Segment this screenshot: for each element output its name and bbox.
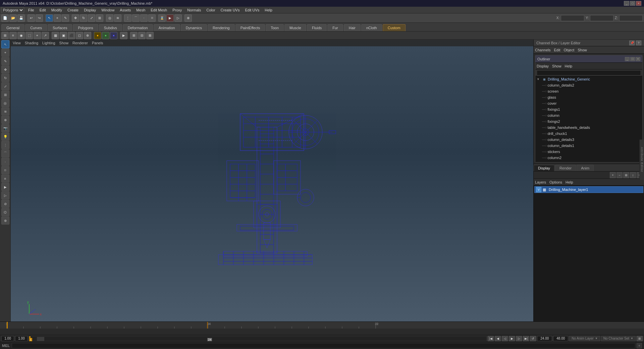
tab-animation[interactable]: Animation [154, 24, 180, 31]
tb2-btn5[interactable]: ↗ [42, 32, 49, 39]
tb2-btn10[interactable]: ⊕ [84, 32, 91, 39]
layer-tab-display[interactable]: Display [534, 165, 554, 171]
side-btn-misc2[interactable]: ⌬ [1, 208, 9, 216]
menu-color[interactable]: Color [204, 7, 218, 13]
menu-edit-uvs[interactable]: Edit UVs [242, 7, 262, 13]
tb2-btn8[interactable]: ⬛ [68, 32, 75, 39]
undo-button[interactable]: ↩ [28, 14, 35, 22]
ol-item-drill-chuck2[interactable]: —○ drill_chuck2 [541, 161, 642, 162]
layer-tab-render[interactable]: Render [555, 165, 576, 171]
menu-display[interactable]: Display [81, 7, 99, 13]
cb-pin-btn[interactable]: 📌 [629, 41, 635, 45]
menu-create[interactable]: Create [65, 7, 81, 13]
tab-hair[interactable]: Hair [344, 24, 361, 31]
new-button[interactable]: 📄 [1, 14, 9, 22]
no-anim-layer-btn[interactable]: No Anim Layer ▼ [569, 336, 600, 341]
menu-modify[interactable]: Modify [49, 7, 65, 13]
mode-selector[interactable]: Polygons [1, 7, 24, 13]
vp-show-menu[interactable]: Show [59, 41, 69, 45]
snap-grid-button[interactable]: ⋮ [124, 14, 131, 22]
ol-item-cover[interactable]: —○ cover [541, 100, 642, 106]
tb2-btn1[interactable]: ≡ [9, 32, 17, 39]
ol-root-item[interactable]: ▼ ▦ Drilling_Machine_Generic [535, 76, 642, 82]
select-tool-btn[interactable]: ↖ [1, 40, 9, 48]
y-coord[interactable] [590, 15, 613, 21]
side-btn-misc[interactable]: ⊘ [1, 200, 9, 208]
tab-ncloth[interactable]: nCloth [361, 24, 382, 31]
viewport[interactable]: View Shading Lighting Show Renderer Pane… [11, 40, 533, 321]
menu-assets[interactable]: Assets [117, 7, 133, 13]
menu-normals[interactable]: Normals [184, 7, 204, 13]
tb2-btn14[interactable]: ⊞ [130, 32, 138, 39]
toggle-icons-btn[interactable]: ⊞ [1, 32, 9, 39]
ol-item-screen[interactable]: —○ screen [541, 88, 642, 94]
go-start-btn[interactable]: |◀ [488, 336, 494, 341]
start-frame-input[interactable] [1, 336, 14, 341]
redo-button[interactable]: ↪ [36, 14, 43, 22]
menu-window[interactable]: Window [99, 7, 117, 13]
sculpt-btn[interactable]: ≋ [1, 107, 9, 115]
tab-subdivs[interactable]: Subdivs [99, 24, 122, 31]
open-button[interactable]: 📂 [9, 14, 17, 22]
timeline-ruler[interactable]: 1 24 [0, 322, 644, 329]
tab-rendering[interactable]: Rendering [208, 24, 235, 31]
key-options-btn[interactable]: ⊞ [637, 336, 643, 341]
ol-item-drill-chuck1[interactable]: —○ drill_chuck1 [541, 131, 642, 137]
ipr-button[interactable]: ▷ [174, 14, 182, 22]
tab-fluids[interactable]: Fluids [307, 24, 327, 31]
tb2-btn7[interactable]: ▣ [60, 32, 67, 39]
outliner-min-btn[interactable]: _ [625, 57, 630, 61]
ol-show-menu[interactable]: Show [552, 64, 561, 68]
cb-channels-menu[interactable]: Channels [535, 48, 550, 52]
layer-help-menu[interactable]: Help [566, 180, 573, 184]
x-coord[interactable] [561, 15, 584, 21]
side-btn-ipr[interactable]: ▷ [1, 191, 9, 199]
ol-item-fixings1[interactable]: —○ fixings1 [541, 106, 642, 112]
vp-renderer-menu[interactable]: Renderer [72, 41, 88, 45]
menu-help[interactable]: Help [262, 7, 275, 13]
cb-show-menu[interactable]: Show [578, 48, 587, 52]
ol-item-glass[interactable]: —○ glass [541, 94, 642, 100]
play-btn[interactable]: ▶ [509, 336, 515, 341]
lasso-button[interactable]: ⌖ [54, 14, 61, 22]
vp-lighting-menu[interactable]: Lighting [42, 41, 55, 45]
show-manip-button[interactable]: ⊕ [184, 14, 192, 22]
layer-row-drilling[interactable]: V ▦ Drilling_Machine_layer1 [534, 186, 643, 193]
menu-edit[interactable]: Edit [37, 7, 49, 13]
tab-general[interactable]: General [1, 24, 24, 31]
play-back-btn[interactable]: ◁ [502, 336, 508, 341]
close-button[interactable]: × [636, 1, 641, 6]
script-editor-btn[interactable]: ≡ [637, 343, 642, 348]
menu-mesh[interactable]: Mesh [133, 7, 148, 13]
minimize-button[interactable]: _ [624, 1, 629, 6]
ol-item-column-details3[interactable]: —○ column_details3 [541, 137, 642, 143]
vp-view-menu[interactable]: View [13, 41, 21, 45]
attribute-editor-tab[interactable]: Attribute Editor [639, 140, 644, 180]
tb2-btn6[interactable]: ▦ [52, 32, 59, 39]
side-btn-render[interactable]: ▶ [1, 183, 9, 191]
soft-mod-btn[interactable]: ◎ [1, 99, 9, 107]
tb2-btn13[interactable]: ● [110, 32, 117, 39]
layer-options-btn[interactable]: ⊞ [623, 172, 629, 178]
layer-visibility-btn[interactable]: V [536, 187, 541, 192]
tab-toon[interactable]: Toon [266, 24, 284, 31]
snap-surface-button[interactable]: ⌑ [148, 14, 156, 22]
show-manip-btn[interactable]: ⊕ [1, 116, 9, 124]
end-frame-input2[interactable] [553, 336, 568, 341]
ol-item-fixings2[interactable]: —○ fixings2 [541, 118, 642, 124]
universal-manip-btn[interactable]: ⊞ [1, 91, 9, 99]
layer-tab-anim[interactable]: Anim [577, 165, 594, 171]
tab-polygons[interactable]: Polygons [73, 24, 98, 31]
rotate-tool-btn[interactable]: ↻ [1, 74, 9, 82]
lasso-tool-btn[interactable]: ⌖ [1, 49, 9, 57]
ol-item-column-details2[interactable]: —○ column_details2 [541, 82, 642, 88]
tab-muscle[interactable]: Muscle [284, 24, 306, 31]
loop-btn[interactable]: ↺ [530, 336, 536, 341]
tb2-btn11[interactable]: ● [94, 32, 101, 39]
go-end-btn[interactable]: ▶| [523, 336, 529, 341]
tb2-btn3[interactable]: ⬚ [25, 32, 33, 39]
z-coord[interactable] [619, 15, 643, 21]
prev-frame-btn[interactable]: ◀ [495, 336, 501, 341]
side-btn-misc3[interactable]: ⊛ [1, 216, 9, 225]
select-button[interactable]: ↖ [46, 14, 53, 22]
